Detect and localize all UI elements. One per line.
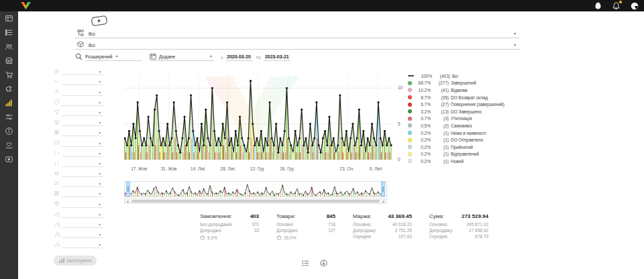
legend-item[interactable]: 6.7%(27)Повернення (завершений) — [408, 101, 504, 108]
date-to-input[interactable]: 2023-03-21 — [264, 54, 290, 61]
legend-item[interactable]: 0.7%(3)Утилізація — [408, 115, 504, 123]
chevron-down-icon[interactable]: ▾ — [99, 223, 101, 227]
chevron-down-icon[interactable]: ▾ — [99, 233, 101, 237]
scroll-right-button[interactable]: ▸ — [381, 199, 386, 203]
chevron-down-icon[interactable]: ▾ — [99, 243, 101, 247]
filter-row-box[interactable]: ▾ — [52, 118, 106, 128]
legend-item[interactable]: 0.2%(1)Прийнятий — [408, 144, 504, 151]
stat-group: Замовлення:403Без допродажів:370Допродан… — [200, 213, 259, 240]
filter-row-globe[interactable]: ▾ — [52, 128, 106, 138]
legend-item[interactable]: 0.2%(1)Відправлений — [408, 151, 504, 158]
rail-item-video-icon[interactable] — [0, 152, 18, 166]
x-tick-label: 31. Жов — [161, 166, 177, 171]
date-from-input[interactable]: 2020-03-20 — [225, 54, 252, 61]
apply-filters-button[interactable]: Застосувати — [54, 256, 97, 266]
chevron-down-icon[interactable]: ▾ — [514, 32, 516, 36]
chevron-down-icon[interactable]: ▾ — [99, 131, 101, 135]
legend-item[interactable]: 100%(403)Всі — [408, 72, 504, 80]
filter-row-wave[interactable]: ▾ — [52, 77, 106, 87]
chevron-down-icon[interactable]: ▾ — [99, 152, 101, 156]
legend-count: (1) — [433, 137, 449, 142]
legend-item[interactable]: 0.2%(1)Нема в наявності — [408, 129, 504, 137]
filter-row-funnel[interactable]: ▾ — [52, 108, 106, 118]
chevron-down-icon[interactable]: ▾ — [99, 162, 101, 166]
filter-row-target[interactable]: ▾ — [52, 67, 106, 77]
chevron-down-icon[interactable]: ▾ — [99, 172, 101, 176]
rail-item-settings-icon[interactable] — [0, 110, 18, 124]
presentation-icon[interactable] — [91, 15, 108, 27]
filter-row-braces[interactable]: ▾ — [52, 159, 106, 169]
chevron-down-icon[interactable]: ▾ — [99, 192, 101, 196]
pen-number: 2 — [58, 224, 60, 227]
chevron-down-icon[interactable]: ▾ — [99, 182, 101, 186]
legend-item[interactable]: 68.7%(277)Завершений — [408, 80, 504, 87]
rail-item-info-icon[interactable] — [0, 124, 18, 138]
navigator-left-handle[interactable] — [126, 182, 130, 197]
chevron-down-icon[interactable]: ▾ — [99, 203, 101, 207]
export-icon[interactable] — [320, 260, 327, 267]
legend-item[interactable]: 8.7%(35)DO Возврат склад — [408, 94, 504, 101]
date-field-select[interactable]: Додане ▾ — [150, 52, 214, 61]
legend-label: Всі — [452, 74, 458, 78]
legend-label: Нема в наявності — [451, 131, 486, 135]
filter-row-box[interactable]: ▾ — [52, 199, 106, 209]
egg-icon[interactable] — [594, 1, 602, 10]
filter-row-brackets[interactable]: ▾ — [52, 138, 106, 148]
legend-count: (35) — [433, 95, 449, 100]
product-filter[interactable]: Всі ▾ — [75, 40, 520, 50]
category-filter[interactable]: Всі ▾ — [75, 28, 520, 38]
legend-item[interactable]: 3.2%(13)DO Завершено — [408, 108, 504, 115]
legend-item[interactable]: 0.2%(1)Новий — [408, 158, 504, 165]
mini-bars-icon — [59, 258, 64, 263]
filter-row-grid[interactable]: ▾ — [52, 189, 106, 199]
navigator-right-handle[interactable] — [381, 182, 385, 197]
scrollbar-thumb[interactable] — [131, 200, 380, 203]
filter-row-angle[interactable]: ▾ — [52, 149, 106, 159]
legend-item[interactable]: 10.2%(41)Відмова — [408, 87, 504, 94]
navigator-scrollbar[interactable]: ◂ ▸ — [124, 199, 387, 204]
chevron-down-icon[interactable]: ▾ — [99, 91, 101, 95]
search-mode-select[interactable]: Розширений ▾ — [85, 52, 142, 61]
category-filter-value: Всі — [85, 32, 95, 38]
legend-color-swatch — [408, 145, 412, 149]
stat-sub-value: 107.62 — [398, 233, 412, 239]
app-logo-icon[interactable] — [20, 1, 32, 10]
chevron-down-icon[interactable]: ▾ — [99, 111, 101, 115]
filter-row-shield[interactable]: ▾ — [52, 98, 106, 108]
legend-item[interactable]: 0.2%(1)DO Отправлено — [408, 136, 504, 144]
filter-row-group[interactable]: ▾ — [52, 87, 106, 97]
rail-item-support-icon[interactable] — [0, 138, 18, 152]
search-icon[interactable] — [75, 53, 83, 60]
category-tree-icon — [77, 30, 84, 36]
chevron-down-icon[interactable]: ▾ — [99, 70, 101, 74]
rail-item-store-icon[interactable] — [0, 54, 18, 68]
product-box-icon — [77, 41, 84, 48]
legend-percent: 0.5% — [415, 123, 431, 128]
scroll-left-button[interactable]: ◂ — [125, 199, 130, 203]
chevron-down-icon[interactable]: ▾ — [514, 43, 516, 47]
legend-item[interactable]: 0.5%(2)Самовивіз — [408, 122, 504, 129]
rail-item-cart-icon[interactable] — [0, 68, 18, 82]
rail-item-orders-icon[interactable] — [0, 25, 18, 40]
rail-item-statistics-icon[interactable] — [0, 96, 18, 110]
rail-item-dashboard-icon[interactable] — [0, 11, 18, 25]
rail-item-customers-icon[interactable] — [0, 40, 18, 54]
avatar-icon[interactable] — [630, 1, 639, 10]
chevron-down-icon[interactable]: ▾ — [99, 121, 101, 125]
filter-row-pen-1[interactable]: 1▾ — [52, 210, 106, 220]
chevron-down-icon[interactable]: ▾ — [99, 101, 101, 105]
stat-value: 845 — [327, 213, 335, 219]
filter-row-hash[interactable]: ▾ — [52, 169, 106, 179]
filter-row-arrows[interactable]: ▾ — [52, 179, 106, 189]
rail-item-marketing-icon[interactable] — [0, 82, 18, 96]
chevron-down-icon[interactable]: ▾ — [99, 80, 101, 84]
chevron-down-icon[interactable]: ▾ — [99, 142, 101, 146]
stat-sub-label: Без допродажів: — [200, 221, 233, 227]
filter-row-pen-2[interactable]: 2▾ — [52, 220, 106, 230]
bell-icon[interactable] — [612, 1, 621, 10]
filter-row-pen-3[interactable]: 3▾ — [52, 230, 106, 240]
chart-navigator[interactable] — [124, 181, 387, 197]
chevron-down-icon[interactable]: ▾ — [99, 213, 101, 217]
filter-row-pen-4[interactable]: 4▾ — [52, 240, 106, 250]
list-view-icon[interactable] — [302, 260, 309, 267]
